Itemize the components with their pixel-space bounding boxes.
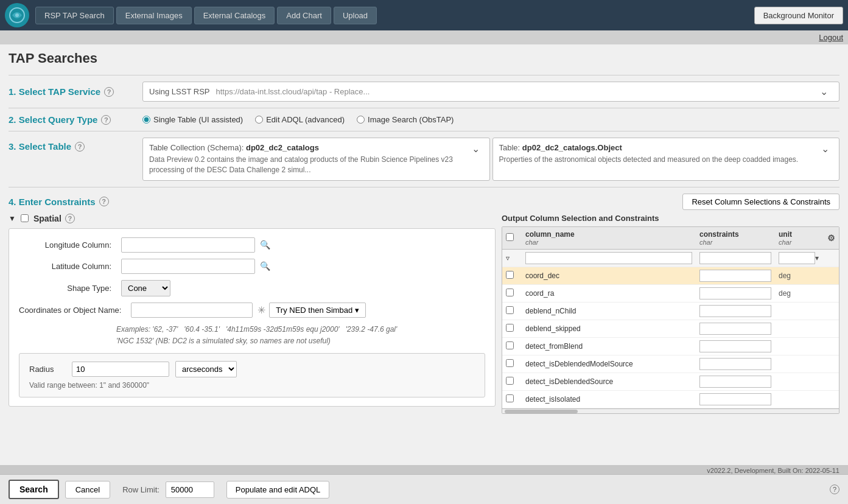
col-select-checkbox[interactable] [506, 394, 514, 402]
col-settings-cell [824, 355, 839, 373]
col-select-checkbox[interactable] [506, 306, 514, 314]
step3-label-text: 3. Select Table [9, 141, 71, 152]
col-select-checkbox[interactable] [506, 324, 514, 332]
row-limit-label: Row Limit: [122, 485, 159, 494]
step1-label: 1. Select TAP Service ? [9, 86, 142, 97]
table-card-table-name: dp02_dc2_catalogs.Object [522, 143, 622, 152]
row-limit-input[interactable] [166, 481, 214, 498]
longitude-input[interactable] [121, 237, 255, 253]
examples-line2: 'NGC 1532' (NB: DC2 is a simulated sky, … [116, 337, 331, 345]
radius-input[interactable] [72, 362, 169, 377]
table-card-schema[interactable]: Table Collection (Schema): dp02_dc2_cata… [142, 138, 490, 181]
nav-external-images[interactable]: External Images [116, 7, 192, 24]
nav-external-catalogs[interactable]: External Catalogs [194, 7, 275, 24]
query-type-obstap-radio[interactable] [357, 116, 365, 124]
spatial-panel: Spatial ? Longitude Column: 🔍 Latitude C… [9, 214, 496, 415]
constraints-filter-input[interactable] [699, 252, 771, 264]
settings-filter-cell [824, 249, 839, 267]
tap-service-selector[interactable]: Using LSST RSP https://data-int.lsst.clo… [142, 82, 839, 102]
col-name-cell: deblend_skipped [522, 320, 696, 338]
latitude-input[interactable] [121, 259, 255, 274]
examples-row: Examples: '62, -37' '60.4 -35.1' '4h11m5… [116, 324, 485, 347]
query-type-adql-radio[interactable] [255, 116, 263, 124]
col-constraints-input[interactable] [699, 340, 771, 352]
nav-add-chart[interactable]: Add Chart [277, 7, 331, 24]
resolve-button[interactable]: Try NED then Simbad ▾ [269, 303, 366, 318]
radius-unit-select[interactable]: arcseconds arcminutes degrees [175, 361, 237, 377]
table-card-table-chevron-icon[interactable]: ⌄ [818, 143, 833, 155]
column-name-header-text: column_name [525, 230, 575, 239]
step4-label-text: 4. Enter Constraints [9, 197, 96, 207]
background-monitor-button[interactable]: Background Monitor [754, 7, 843, 24]
col-constraints-input[interactable] [699, 287, 771, 299]
table-card-schema-chevron-icon[interactable]: ⌄ [468, 143, 483, 155]
table-scrollbar-area[interactable] [502, 408, 839, 413]
populate-adql-button[interactable]: Populate and edit ADQL [226, 481, 330, 499]
column-table: column_name char constraints char unit c… [502, 227, 839, 409]
col-constraints-cell [696, 373, 775, 391]
unit-filter-dropdown-icon[interactable]: ▾ [815, 254, 819, 262]
settings-icon[interactable]: ⚙ [827, 233, 835, 243]
step3-help-icon[interactable]: ? [75, 142, 85, 152]
unit-filter-input[interactable] [779, 252, 815, 264]
radius-note: Valid range between: 1" and 360000" [29, 381, 475, 390]
col-name-cell: coord_ra [522, 285, 696, 303]
shape-type-select[interactable]: Cone Polygon Range [121, 280, 170, 296]
constraints-header-sub: char [699, 239, 771, 246]
col-select-checkbox[interactable] [506, 271, 514, 279]
col-select-checkbox[interactable] [506, 341, 514, 349]
step2-row: 2. Select Query Type ? Single Table (UI … [9, 108, 839, 131]
step4-help-icon[interactable]: ? [99, 197, 109, 206]
coord-input[interactable] [131, 303, 253, 318]
search-button[interactable]: Search [9, 480, 59, 499]
col-constraints-input[interactable] [699, 270, 771, 282]
table-row: detect_isDeblendedSource [502, 373, 839, 391]
query-type-single-table[interactable]: Single Table (UI assisted) [142, 115, 243, 124]
spatial-enable-checkbox[interactable] [21, 214, 29, 222]
bottom-help-icon[interactable]: ? [830, 485, 839, 494]
reset-constraints-button[interactable]: Reset Column Selections & Constraints [682, 194, 839, 210]
horizontal-scrollbar[interactable] [505, 410, 578, 413]
spatial-form: Longitude Column: 🔍 Latitude Column: 🔍 S… [9, 228, 496, 407]
step1-label-text: 1. Select TAP Service [9, 86, 100, 97]
column-select-all-checkbox[interactable] [506, 233, 514, 241]
column-name-filter-input[interactable] [525, 252, 692, 264]
col-select-checkbox[interactable] [506, 289, 514, 296]
latitude-search-icon[interactable]: 🔍 [260, 261, 270, 271]
top-navigation: RSP TAP Search External Images External … [0, 0, 848, 30]
nav-upload[interactable]: Upload [334, 7, 377, 24]
tap-service-prefix: Using LSST RSP [149, 87, 209, 96]
nav-rsp-tap-search[interactable]: RSP TAP Search [35, 7, 114, 24]
table-row: coord_ra deg [502, 285, 839, 303]
col-settings-cell [824, 303, 839, 320]
tap-service-chevron-icon[interactable]: ⌄ [815, 86, 833, 97]
logout-button[interactable]: Logout [819, 33, 843, 42]
col-constraints-input[interactable] [699, 393, 771, 405]
examples-label: Examples: '62, -37' '60.4 -35.1' '4h11m5… [116, 325, 397, 334]
col-unit-cell [775, 338, 824, 355]
step2-help-icon[interactable]: ? [101, 115, 111, 125]
query-type-obstap[interactable]: Image Search (ObsTAP) [357, 115, 454, 124]
table-card-table[interactable]: Table: dp02_dc2_catalogs.Object Properti… [492, 138, 840, 181]
col-constraints-input[interactable] [699, 376, 771, 388]
query-type-single-radio[interactable] [142, 116, 150, 124]
longitude-search-icon[interactable]: 🔍 [260, 240, 270, 250]
col-select-checkbox[interactable] [506, 359, 514, 367]
col-unit-cell: deg [775, 285, 824, 303]
logout-bar: Logout [0, 30, 848, 44]
spatial-collapse-button[interactable] [9, 214, 16, 223]
table-card-schema-name: dp02_dc2_catalogs [246, 143, 319, 152]
col-unit-cell: deg [775, 267, 824, 285]
step1-help-icon[interactable]: ? [104, 87, 114, 97]
col-constraints-input[interactable] [699, 323, 771, 335]
spatial-help-icon[interactable]: ? [65, 214, 75, 223]
col-select-checkbox[interactable] [506, 377, 514, 385]
col-constraints-input[interactable] [699, 305, 771, 317]
step2-label-text: 2. Select Query Type [9, 114, 97, 125]
query-type-adql[interactable]: Edit ADQL (advanced) [255, 115, 345, 124]
resolve-button-label: Try NED then Simbad [276, 306, 352, 315]
latitude-row: Latitude Column: 🔍 [19, 259, 485, 274]
resolve-dropdown-icon[interactable]: ▾ [355, 306, 359, 315]
cancel-button[interactable]: Cancel [65, 481, 110, 499]
col-constraints-input[interactable] [699, 358, 771, 370]
